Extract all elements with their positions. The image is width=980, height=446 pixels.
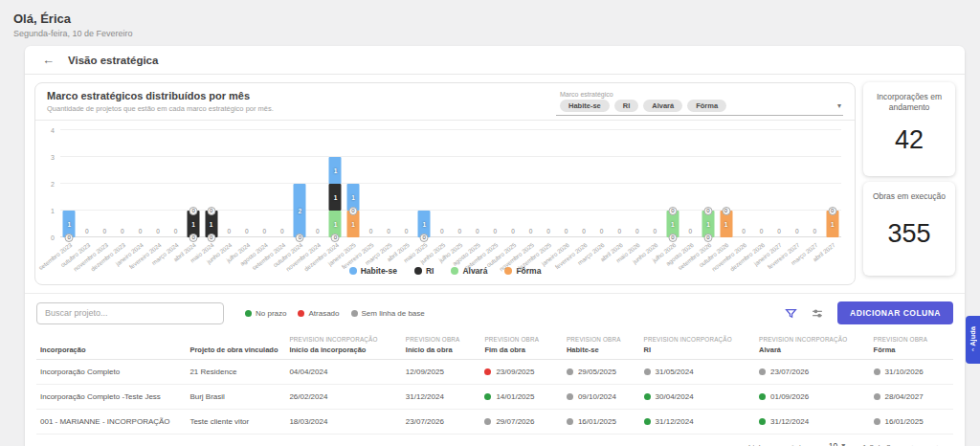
chart-column[interactable]: 0janeiro 2024 — [131, 130, 149, 237]
table-cell: 16/01/2025 — [870, 410, 953, 434]
zero-value-label: 0 — [600, 228, 604, 234]
chart-column[interactable]: 0abril 2026 — [611, 130, 629, 237]
status-dot-no_prazo — [644, 393, 651, 400]
chart-column[interactable]: 100julho 2026 — [664, 130, 682, 237]
chart-column[interactable]: 0fevereiro 2027 — [788, 130, 806, 237]
chevron-down-icon[interactable]: ▾ — [837, 101, 841, 110]
chart-column[interactable]: 0outubro 2023 — [78, 130, 97, 237]
chart-column[interactable]: 0março 2024 — [167, 130, 185, 237]
chart-column[interactable]: 0novembro 2025 — [522, 130, 540, 237]
chart-column[interactable]: 0setembro 2025 — [486, 130, 504, 237]
chart-column[interactable]: 0junho 2024 — [220, 130, 238, 237]
chart-column[interactable]: 100setembro 2026 — [700, 130, 718, 237]
column-header[interactable]: PREVISION OBRAInício da obra — [402, 332, 481, 359]
zero-marker: 0 — [189, 207, 198, 215]
chart-column[interactable]: 0outubro 2025 — [504, 130, 523, 237]
chart-column[interactable]: 0março 2027 — [806, 130, 824, 237]
chart-column[interactable]: 0março 2026 — [592, 130, 611, 237]
chart-column[interactable]: 0março 2025 — [380, 130, 398, 237]
chart-column[interactable]: 10abril 2027 — [824, 130, 842, 237]
chart-column[interactable]: 0novembro 2023 — [96, 130, 114, 237]
chart-title: Marco estratégicos distribuídos por mês — [47, 90, 274, 101]
status-dot-sem_linha_de_base — [351, 310, 358, 317]
search-input[interactable] — [36, 302, 224, 324]
legend-dot — [451, 267, 458, 275]
column-header[interactable]: PREVISION INCORPORAÇÃOAlvará — [755, 332, 870, 359]
milestone-filter-select[interactable]: Marco estratégico Habite-seRIAlvaráFôrma… — [556, 90, 843, 116]
chart-column[interactable]: 110janeiro 2025 — [345, 130, 363, 237]
chart-column[interactable]: 0junho 2026 — [646, 130, 664, 237]
chart-column[interactable]: 0janeiro 2026 — [557, 130, 575, 237]
filter-chip[interactable]: Fôrma — [687, 100, 726, 112]
table-row[interactable]: 001 - MARIANNE - INCORPORAÇÃOTeste clien… — [36, 410, 953, 435]
column-header[interactable]: PREVISION OBRAHabite-se — [563, 332, 640, 359]
zero-value-label: 0 — [565, 228, 568, 234]
chart-panel: Marco estratégicos distribuídos por mês … — [34, 82, 856, 285]
filter-chip[interactable]: Habite-se — [560, 100, 610, 112]
table-row[interactable]: Incorporação Completo -Teste JessBurj Br… — [36, 385, 953, 410]
filter-chip[interactable]: Alvará — [643, 100, 682, 112]
column-header[interactable]: Incorporação — [36, 332, 186, 359]
zero-value-label: 0 — [85, 228, 89, 234]
table-row[interactable]: Incorporação Completo21 Residence04/04/2… — [36, 360, 953, 385]
page-title: Visão estratégica — [68, 55, 158, 66]
chart-column[interactable]: 100abril 2024 — [185, 130, 203, 237]
filter-chip[interactable]: RI — [614, 100, 639, 112]
zero-marker: 0 — [703, 207, 712, 215]
column-header[interactable]: Projeto de obra vinculado — [186, 332, 285, 359]
rows-per-page-select[interactable]: 10 ▾ — [827, 441, 847, 446]
chart-column[interactable]: 0janeiro 2027 — [770, 130, 789, 237]
chart-column[interactable]: 10outubro 2026 — [717, 130, 735, 237]
chart-column[interactable]: 1110dezembro 2024 — [326, 130, 345, 237]
chart-column[interactable]: 0fevereiro 2024 — [149, 130, 167, 237]
zero-value-label: 0 — [813, 228, 816, 234]
chart-column[interactable]: 0novembro 2026 — [735, 130, 753, 237]
column-settings-icon[interactable] — [809, 305, 826, 322]
chart-column[interactable]: 0agosto 2025 — [469, 130, 487, 237]
chart-column[interactable]: 0maio 2026 — [629, 130, 647, 237]
legend-item[interactable]: RI — [414, 266, 434, 276]
table-cell: 23/09/2025 — [480, 360, 563, 384]
help-tab[interactable]: Ajuda ‹ — [966, 316, 980, 364]
status-dot-sem_linha_de_base — [874, 393, 880, 400]
column-header[interactable]: PREVISION OBRAFôrma — [870, 332, 953, 359]
zero-marker: 0 — [668, 207, 677, 215]
table-cell: 23/07/2026 — [402, 410, 481, 434]
chart-column[interactable]: 0fevereiro 2025 — [362, 130, 380, 237]
chart-column[interactable]: 0dezembro 2025 — [540, 130, 558, 237]
column-header[interactable]: PREVISION OBRAFim da obra — [480, 332, 563, 359]
bar-value-label: 1 — [191, 221, 195, 228]
table-cell: 31/10/2026 — [870, 360, 953, 384]
table-cell: 18/03/2024 — [285, 410, 401, 434]
column-label: Projeto de obra vinculado — [189, 346, 281, 354]
column-header[interactable]: PREVISION INCORPORAÇÃOInício da incorpor… — [285, 332, 401, 359]
column-header[interactable]: PREVISION INCORPORAÇÃORI — [640, 332, 755, 359]
chart-column[interactable]: 0julho 2025 — [451, 130, 469, 237]
chart-column[interactable]: 0novembro 2024 — [309, 130, 327, 237]
cell-date: 30/04/2024 — [656, 392, 694, 401]
bar-value-label: 2 — [299, 208, 302, 214]
back-arrow-icon[interactable]: ← — [42, 54, 55, 66]
cell-date: 31/12/2024 — [656, 417, 694, 426]
chart-column[interactable]: 0abril 2025 — [397, 130, 415, 237]
chart-column[interactable]: 20outubro 2024 — [291, 130, 309, 237]
zero-marker: 0 — [65, 234, 74, 242]
next-page-icon[interactable]: › — [932, 441, 944, 446]
chart-column[interactable]: 0junho 2025 — [433, 130, 451, 237]
chart-column[interactable]: 0agosto 2026 — [681, 130, 700, 237]
chart-column[interactable]: 0dezembro 2026 — [752, 130, 770, 237]
filter-funnel-icon[interactable] — [783, 305, 799, 322]
chart-column[interactable]: 0fevereiro 2026 — [575, 130, 593, 237]
chart-column[interactable]: 0agosto 2024 — [256, 130, 274, 237]
y-axis-label: 4 — [51, 127, 55, 134]
chart-column[interactable]: 0dezembro 2023 — [114, 130, 132, 237]
chart-column[interactable]: 0julho 2024 — [237, 130, 256, 237]
add-column-button[interactable]: ADICIONAR COLUNA — [837, 301, 953, 324]
previous-page-icon[interactable]: ‹ — [906, 441, 918, 446]
chart-column[interactable]: 0setembro 2024 — [274, 130, 292, 237]
legend-item[interactable]: Habite-se — [349, 266, 397, 276]
chart-column[interactable]: 10maio 2025 — [415, 130, 434, 237]
chart-column[interactable]: 10setembro 2023 — [60, 130, 78, 237]
table-cell: 31/12/2024 — [755, 410, 870, 434]
chart-column[interactable]: 100maio 2024 — [202, 130, 220, 237]
